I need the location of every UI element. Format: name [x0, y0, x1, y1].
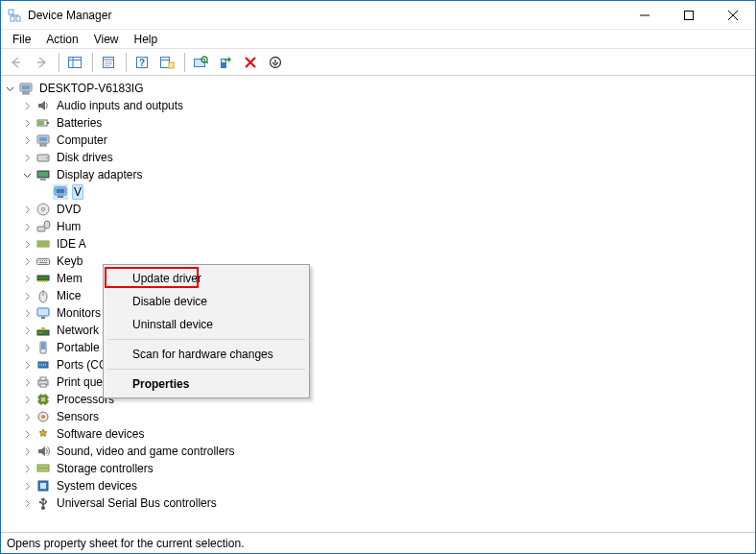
toolbar-separator: [126, 53, 127, 72]
expand-icon[interactable]: [20, 341, 34, 354]
svg-rect-51: [40, 260, 41, 261]
close-button[interactable]: [711, 1, 755, 29]
expand-icon[interactable]: [20, 272, 34, 285]
category-label: Universal Serial Bus controllers: [55, 495, 219, 511]
category-icon: [35, 98, 51, 113]
expand-icon[interactable]: [20, 462, 34, 475]
expand-icon[interactable]: [20, 99, 34, 112]
ctx-scan-hardware[interactable]: Scan for hardware changes: [106, 343, 307, 366]
toolbar-separator: [184, 53, 185, 72]
expand-icon[interactable]: [20, 496, 34, 510]
disable-device-button[interactable]: [264, 52, 287, 73]
tree-category[interactable]: System devices: [20, 477, 753, 494]
svg-rect-78: [40, 377, 46, 380]
expand-icon[interactable]: [20, 237, 34, 251]
help-button[interactable]: ?: [130, 52, 154, 73]
update-driver-button[interactable]: [214, 52, 237, 73]
tree-root[interactable]: DESKTOP-V6183IG: [3, 80, 753, 97]
minimize-button[interactable]: [623, 1, 667, 29]
category-label: Audio inputs and outputs: [55, 98, 185, 113]
properties-button[interactable]: [97, 52, 120, 73]
tree-category[interactable]: Storage controllers: [20, 460, 753, 477]
expand-icon[interactable]: [20, 133, 34, 147]
tree-category[interactable]: Universal Serial Bus controllers: [20, 494, 753, 512]
back-button[interactable]: [5, 52, 28, 73]
ctx-properties[interactable]: Properties: [106, 373, 307, 396]
svg-rect-2: [16, 16, 20, 21]
context-menu: Update driver Disable device Uninstall d…: [103, 264, 310, 398]
svg-text:?: ?: [139, 58, 145, 68]
tree-category[interactable]: Batteries: [20, 114, 753, 132]
expand-icon[interactable]: [20, 254, 34, 268]
svg-rect-5: [69, 57, 82, 67]
expand-icon[interactable]: [20, 306, 34, 320]
tree-category[interactable]: Software devices: [20, 425, 753, 443]
tree-category[interactable]: IDE A: [20, 235, 753, 253]
expand-icon[interactable]: [20, 324, 34, 337]
svg-line-20: [206, 61, 208, 63]
tree-category[interactable]: Computer: [20, 132, 753, 149]
action-menu-button[interactable]: [155, 52, 178, 73]
uninstall-device-button[interactable]: [239, 52, 262, 73]
maximize-button[interactable]: [667, 1, 711, 29]
menu-file[interactable]: File: [5, 31, 38, 48]
scan-hardware-button[interactable]: [189, 52, 212, 73]
tree-category[interactable]: Disk drives: [20, 149, 753, 166]
ctx-uninstall-device[interactable]: Uninstall device: [106, 313, 307, 336]
expand-icon[interactable]: [20, 358, 34, 372]
category-label: Sensors: [55, 409, 101, 424]
category-icon: [35, 323, 51, 338]
window-title: Device Manager: [28, 9, 111, 22]
category-label: Mem: [55, 271, 84, 286]
svg-rect-92: [37, 465, 49, 468]
expand-icon[interactable]: [20, 116, 34, 130]
menu-view[interactable]: View: [86, 31, 127, 48]
category-icon: [35, 409, 51, 424]
collapse-icon[interactable]: [3, 82, 16, 95]
menu-action[interactable]: Action: [38, 31, 85, 48]
expand-icon[interactable]: [20, 445, 34, 458]
expand-icon[interactable]: [20, 151, 34, 164]
svg-rect-93: [37, 469, 49, 471]
category-icon: [35, 115, 51, 131]
device-tree[interactable]: DESKTOP-V6183IG Audio inputs and outputs…: [1, 76, 755, 532]
ctx-disable-device[interactable]: Disable device: [106, 290, 307, 313]
show-hide-console-tree-button[interactable]: [63, 52, 86, 73]
app-icon: [7, 8, 22, 23]
tree-category[interactable]: DVD: [20, 201, 753, 218]
status-text: Opens property sheet for the current sel…: [7, 537, 244, 550]
menu-help[interactable]: Help: [127, 31, 166, 48]
expand-icon[interactable]: [20, 410, 34, 423]
expand-icon[interactable]: [20, 203, 34, 216]
category-label: Hum: [55, 219, 83, 234]
toolbar: ?: [1, 49, 755, 76]
collapse-icon[interactable]: [20, 168, 34, 181]
expand-icon[interactable]: [20, 220, 34, 233]
expand-icon[interactable]: [20, 289, 34, 302]
ctx-update-driver[interactable]: Update driver: [106, 267, 307, 290]
category-icon: [35, 426, 51, 442]
forward-button[interactable]: [30, 52, 53, 73]
expand-icon[interactable]: [20, 375, 34, 389]
svg-rect-58: [40, 280, 41, 282]
tree-category[interactable]: Display adapters: [20, 166, 753, 183]
expand-icon[interactable]: [20, 479, 34, 493]
svg-rect-52: [42, 260, 43, 261]
category-label: Storage controllers: [55, 461, 155, 476]
tree-device-selected[interactable]: V: [37, 183, 753, 201]
tree-category[interactable]: Sound, video and game controllers: [20, 443, 753, 460]
svg-point-69: [40, 332, 42, 334]
tree-category[interactable]: Audio inputs and outputs: [20, 97, 753, 114]
category-icon: [35, 288, 51, 303]
category-icon: [35, 374, 51, 390]
tree-category[interactable]: Hum: [20, 218, 753, 235]
svg-rect-38: [40, 179, 46, 181]
svg-rect-0: [9, 10, 13, 14]
expand-icon[interactable]: [20, 393, 34, 406]
category-icon: [35, 461, 51, 476]
svg-rect-50: [38, 260, 39, 261]
svg-rect-64: [37, 308, 49, 316]
svg-point-91: [41, 415, 45, 419]
expand-icon[interactable]: [20, 427, 34, 441]
tree-category[interactable]: Sensors: [20, 408, 753, 425]
